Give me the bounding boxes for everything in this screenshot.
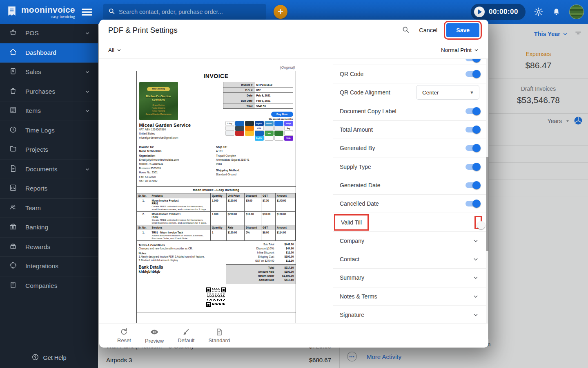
document-copy-label-toggle[interactable] bbox=[466, 108, 479, 114]
setting-row-cancelled-date[interactable]: Cancelled Date bbox=[333, 195, 488, 213]
payment-chip bbox=[274, 121, 283, 126]
scrollbar[interactable] bbox=[486, 59, 488, 323]
payment-chip bbox=[245, 131, 254, 136]
bell-icon[interactable] bbox=[552, 7, 561, 17]
sidebar-item-items[interactable]: Items bbox=[0, 101, 98, 121]
section-row-company[interactable]: Company bbox=[333, 232, 488, 250]
save-button[interactable]: Save bbox=[446, 23, 479, 37]
sidebar-item-reports[interactable]: Reports bbox=[0, 179, 98, 199]
terms-notes-block: Terms & Conditions Changes and new funct… bbox=[137, 241, 226, 283]
payment-chip bbox=[225, 126, 234, 131]
hamburger-icon[interactable] bbox=[82, 7, 92, 17]
invoice-meta-table: Invoice #MTPL001619 P.O. #852 DateFeb 9,… bbox=[223, 82, 293, 109]
preview-button[interactable]: Preview bbox=[145, 328, 164, 344]
payment-chip bbox=[274, 136, 283, 141]
sidebar-item-dashboard[interactable]: Dashboard bbox=[0, 43, 98, 63]
sidebar-item-integrations[interactable]: Integrations bbox=[0, 257, 98, 276]
eye-icon bbox=[150, 328, 159, 337]
sidebar-item-purchases[interactable]: Purchases bbox=[0, 82, 98, 102]
document-icon bbox=[9, 164, 17, 174]
setting-row-supply-type[interactable]: Supply Type bbox=[333, 157, 488, 176]
payment-chip: venmo bbox=[265, 121, 274, 126]
setting-row-generated-by[interactable]: Generated By bbox=[333, 139, 488, 157]
cancel-button[interactable]: Cancel bbox=[419, 27, 437, 34]
chevron-down-icon bbox=[472, 237, 479, 245]
standard-button[interactable]: Standard bbox=[208, 328, 230, 343]
payment-chip: Later bbox=[265, 131, 274, 136]
get-help-button[interactable]: Get Help bbox=[0, 347, 98, 368]
total-amount-toggle[interactable] bbox=[466, 127, 479, 132]
gear-icon[interactable] bbox=[534, 7, 543, 17]
payment-chip: PayPal bbox=[255, 121, 264, 126]
generated-by-toggle[interactable] bbox=[466, 145, 479, 151]
setting-row-partial[interactable] bbox=[333, 59, 488, 65]
section-row-notes-terms[interactable]: Notes & Terms bbox=[333, 287, 488, 306]
generated-date-toggle[interactable] bbox=[466, 182, 479, 188]
qr-code bbox=[206, 287, 226, 309]
pay-now-button: Pay Now bbox=[271, 112, 293, 117]
sidebar-item-time-logs[interactable]: Time Logs bbox=[0, 121, 98, 141]
brush-icon bbox=[182, 328, 190, 336]
payment-chip bbox=[284, 131, 293, 136]
chevron-down-icon bbox=[84, 88, 91, 95]
setting-row-total-amount[interactable]: Total Amount bbox=[333, 121, 488, 139]
default-button[interactable]: Default bbox=[178, 328, 194, 343]
payment-chip: stripe bbox=[284, 121, 293, 126]
modal-title: PDF & Print Settings bbox=[108, 26, 392, 35]
brand-name: mooninvoice bbox=[21, 5, 75, 14]
print-mode-dropdown[interactable]: Normal Print bbox=[441, 47, 479, 53]
bar-chart-icon bbox=[9, 184, 17, 193]
search-icon[interactable] bbox=[401, 25, 410, 36]
section-row-contact[interactable]: Contact bbox=[333, 250, 488, 269]
building-icon bbox=[9, 281, 17, 291]
brand[interactable]: mooninvoice easy invoicing bbox=[0, 5, 98, 19]
add-button[interactable]: + bbox=[274, 5, 287, 19]
service-row: 1. TR01 - Moon Invoice Task Added attach… bbox=[137, 230, 295, 241]
setting-row-valid-till[interactable]: Valid Till bbox=[333, 213, 488, 231]
timer[interactable]: 00:00:00 bbox=[471, 4, 526, 20]
basket-icon bbox=[9, 28, 17, 38]
sidebar-item-documents[interactable]: Documents bbox=[0, 160, 98, 180]
reset-button[interactable]: Reset bbox=[117, 328, 131, 343]
cancelled-date-toggle[interactable] bbox=[466, 201, 479, 206]
avatar[interactable] bbox=[569, 4, 584, 19]
timer-value: 00:00:00 bbox=[489, 8, 518, 16]
section-row-signature[interactable]: Signature bbox=[333, 306, 488, 323]
question-icon bbox=[31, 353, 39, 362]
qr-alignment-select[interactable]: Center ▼ bbox=[416, 85, 479, 100]
qr-code-toggle[interactable] bbox=[466, 71, 479, 77]
invoice-tagline: Moon Invoice - Easy Invoicing bbox=[137, 186, 296, 193]
modal-footer: Reset Preview Default Standard bbox=[99, 323, 488, 348]
sidebar-item-companies[interactable]: Companies bbox=[0, 276, 98, 296]
payment-chip bbox=[255, 131, 264, 136]
caret-down-icon: ▼ bbox=[470, 90, 474, 95]
payment-chip bbox=[274, 126, 283, 131]
supply-type-toggle[interactable] bbox=[466, 164, 479, 170]
invoice-document: INVOICE Mike's Mowing Michael's Garden S… bbox=[136, 71, 296, 323]
payment-chip bbox=[225, 131, 234, 136]
sidebar-item-team[interactable]: Team bbox=[0, 199, 98, 218]
search-input[interactable] bbox=[119, 9, 261, 15]
sidebar-item-banking[interactable]: Banking bbox=[0, 218, 98, 238]
home-icon bbox=[9, 48, 17, 58]
gift-icon bbox=[9, 242, 17, 252]
list-icon bbox=[9, 106, 17, 116]
ship-to-block: Ship To: A 101 Tirupati Complex Ahmedaba… bbox=[216, 145, 293, 183]
invoice-to-block: Invoice To: Moon Technolabs Organization… bbox=[139, 145, 216, 183]
filter-all-dropdown[interactable]: All bbox=[108, 47, 122, 53]
setting-row-qr-code[interactable]: QR Code bbox=[333, 65, 488, 83]
setting-row-generated-date[interactable]: Generated Date bbox=[333, 176, 488, 195]
payment-chip: G Pay bbox=[225, 121, 234, 126]
setting-row-qr-alignment[interactable]: QR Code Alignment Center ▼ bbox=[333, 83, 488, 102]
sidebar-item-rewards[interactable]: Rewards bbox=[0, 238, 98, 257]
sidebar-item-projects[interactable]: Projects bbox=[0, 140, 98, 160]
global-search[interactable] bbox=[103, 4, 266, 20]
toggle[interactable] bbox=[466, 59, 479, 61]
section-row-summary[interactable]: Summary bbox=[333, 269, 488, 287]
setting-row-document-copy-label[interactable]: Document Copy Label bbox=[333, 102, 488, 121]
chevron-down-icon bbox=[472, 256, 479, 263]
sidebar-item-pos[interactable]: POS bbox=[0, 24, 98, 43]
chevron-down-icon bbox=[84, 166, 91, 173]
sidebar-item-sales[interactable]: Sales bbox=[0, 63, 98, 82]
play-icon[interactable] bbox=[474, 7, 485, 17]
